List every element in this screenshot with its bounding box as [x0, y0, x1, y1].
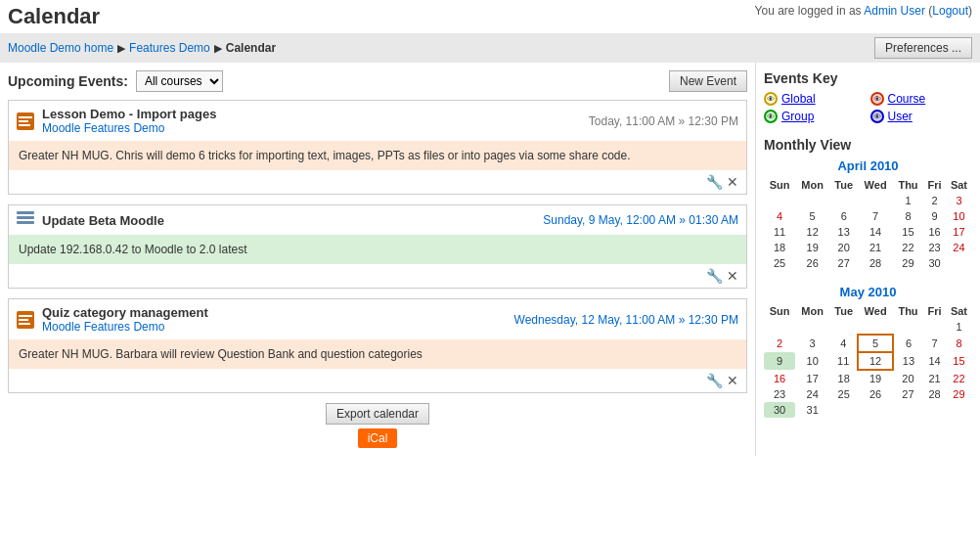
- day-cell: 18: [829, 370, 858, 386]
- day-cell: [923, 319, 946, 335]
- event-title-area: Update Beta Moodle: [42, 213, 535, 228]
- day-cell: 27: [829, 255, 858, 271]
- day-cell: 23: [923, 240, 946, 255]
- login-info: You are logged in as Admin User (Logout): [755, 4, 972, 18]
- day-cell: [946, 255, 972, 271]
- table-row: 30 31: [764, 402, 972, 418]
- day-cell: 27: [893, 386, 923, 402]
- col-thu: Thu: [893, 177, 923, 193]
- event-title: Update Beta Moodle: [42, 213, 535, 228]
- main-layout: Upcoming Events: All courses New Event: [0, 63, 980, 456]
- delete-event-icon[interactable]: ✕: [727, 174, 738, 190]
- day-cell-highlighted[interactable]: 12: [858, 352, 892, 370]
- event-icon-course: [17, 112, 34, 130]
- upcoming-header: Upcoming Events: All courses New Event: [8, 70, 747, 92]
- day-cell: 16: [923, 224, 946, 240]
- event-course[interactable]: Moodle Features Demo: [42, 320, 507, 334]
- breadcrumb-home[interactable]: Moodle Demo home: [8, 41, 113, 55]
- svg-rect-4: [17, 211, 34, 214]
- day-cell: 11: [829, 352, 858, 370]
- left-panel: Upcoming Events: All courses New Event: [0, 63, 755, 456]
- preferences-button[interactable]: Preferences ...: [874, 37, 972, 59]
- day-cell: 22: [946, 370, 972, 386]
- col-sat: Sat: [946, 177, 972, 193]
- day-cell: 4: [764, 208, 795, 224]
- edit-event-icon[interactable]: 🔧: [706, 268, 723, 284]
- breadcrumb-features[interactable]: Features Demo: [129, 41, 210, 55]
- event-course[interactable]: Moodle Features Demo: [42, 121, 581, 135]
- day-cell: 28: [858, 255, 892, 271]
- svg-rect-6: [17, 221, 34, 224]
- table-row: 1 2 3: [764, 193, 972, 208]
- delete-event-icon[interactable]: ✕: [727, 268, 738, 284]
- day-cell: [764, 193, 795, 208]
- edit-event-icon[interactable]: 🔧: [706, 174, 723, 190]
- col-wed: Wed: [858, 303, 892, 319]
- day-cell-today[interactable]: 9: [764, 352, 795, 370]
- event-body-green: Update 192.168.0.42 to Moodle to 2.0 lat…: [9, 235, 746, 264]
- svg-rect-1: [19, 116, 32, 118]
- svg-rect-2: [19, 120, 28, 122]
- day-cell: [858, 319, 892, 335]
- day-cell: 4: [829, 335, 858, 352]
- day-cell: 8: [893, 208, 923, 224]
- delete-event-icon[interactable]: ✕: [727, 373, 738, 388]
- day-cell: 11: [764, 224, 795, 240]
- user-dot: [870, 110, 884, 123]
- key-item-user: User: [870, 110, 973, 123]
- day-cell: 24: [946, 240, 972, 255]
- event-time: Today, 11:00 AM » 12:30 PM: [589, 114, 738, 128]
- edit-event-icon[interactable]: 🔧: [706, 373, 723, 388]
- day-cell: 20: [829, 240, 858, 255]
- day-cell-highlighted[interactable]: 5: [858, 335, 892, 352]
- user-link[interactable]: Admin User: [864, 4, 925, 18]
- day-cell: 19: [795, 240, 829, 255]
- svg-rect-10: [19, 323, 30, 325]
- group-link[interactable]: Group: [781, 110, 814, 123]
- col-thu: Thu: [893, 303, 923, 319]
- day-cell: [858, 402, 892, 418]
- event-title: Quiz category management: [42, 305, 507, 320]
- day-cell: 16: [764, 370, 795, 386]
- day-cell-today-30[interactable]: 30: [764, 402, 795, 418]
- event-title-area: Quiz category management Moodle Features…: [42, 305, 507, 334]
- day-cell: 30: [923, 255, 946, 271]
- monthly-view: Monthly View April 2010 Sun Mon Tue Wed …: [764, 137, 972, 418]
- day-cell: 14: [923, 352, 946, 370]
- export-section: Export calendar iCal: [8, 403, 747, 448]
- day-cell: 29: [946, 386, 972, 402]
- logout-link[interactable]: Logout: [932, 4, 968, 18]
- day-cell: 7: [858, 208, 892, 224]
- day-cell: 22: [893, 240, 923, 255]
- events-key: Events Key Global Course Group User: [764, 70, 972, 123]
- user-link-key[interactable]: User: [888, 110, 913, 123]
- new-event-button[interactable]: New Event: [669, 70, 747, 92]
- day-cell: 13: [829, 224, 858, 240]
- col-sun: Sun: [764, 177, 795, 193]
- col-tue: Tue: [829, 303, 858, 319]
- april-table: Sun Mon Tue Wed Thu Fri Sat: [764, 177, 972, 271]
- day-cell: 6: [893, 335, 923, 352]
- event-actions: 🔧 ✕: [9, 369, 746, 392]
- events-key-title: Events Key: [764, 70, 972, 86]
- group-dot: [764, 110, 778, 123]
- global-link[interactable]: Global: [781, 92, 816, 106]
- col-fri: Fri: [923, 177, 946, 193]
- ical-button[interactable]: iCal: [358, 428, 398, 448]
- breadcrumb-arrow-1: ▶: [117, 42, 125, 55]
- day-cell: 20: [893, 370, 923, 386]
- may-calendar: May 2010 Sun Mon Tue Wed Thu Fri Sat: [764, 285, 972, 418]
- course-filter[interactable]: All courses: [136, 70, 223, 92]
- header-left: Calendar: [8, 4, 100, 29]
- course-dot: [870, 92, 884, 106]
- day-cell: 3: [946, 193, 972, 208]
- export-calendar-button[interactable]: Export calendar: [326, 403, 429, 425]
- day-cell: 15: [946, 352, 972, 370]
- course-link[interactable]: Course: [888, 92, 926, 106]
- may-title: May 2010: [764, 285, 972, 299]
- table-row: 9 10 11 12 13 14 15: [764, 352, 972, 370]
- day-cell: [829, 193, 858, 208]
- day-cell: 19: [858, 370, 892, 386]
- day-cell: [893, 319, 923, 335]
- event-card: Quiz category management Moodle Features…: [8, 298, 747, 393]
